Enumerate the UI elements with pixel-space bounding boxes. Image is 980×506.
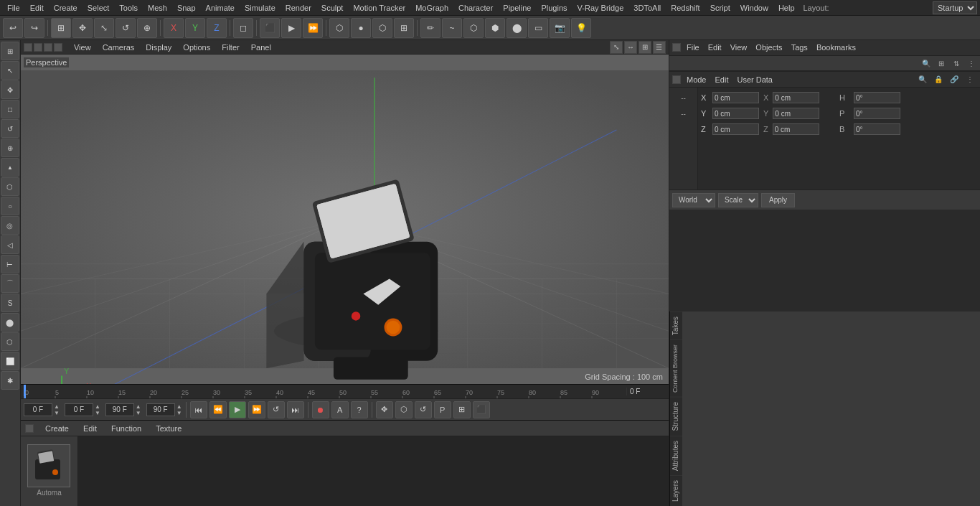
menu-3dtoall[interactable]: 3DToAll	[629, 2, 665, 14]
attr-handle[interactable]	[672, 75, 681, 84]
motion-path-button[interactable]: ↺	[415, 401, 432, 418]
menu-plugins[interactable]: Plugins	[537, 2, 571, 14]
menu-mograph[interactable]: MoGraph	[411, 2, 453, 14]
vp-pin[interactable]	[44, 43, 52, 52]
total-frame-down[interactable]: ▼	[176, 410, 182, 416]
left-tool-16[interactable]: ⬜	[1, 352, 19, 370]
vp-btn-2[interactable]: ↔	[624, 41, 637, 54]
total-frame-input[interactable]	[146, 403, 175, 416]
vp-handle[interactable]	[24, 43, 32, 52]
y-input-2[interactable]	[773, 108, 819, 119]
obj-menu-objects[interactable]: Objects	[753, 42, 785, 52]
left-tool-2[interactable]: ✥	[1, 80, 19, 99]
vp-menu-cameras[interactable]: Cameras	[100, 42, 138, 52]
left-tool-3[interactable]: □	[1, 100, 19, 118]
z-input-1[interactable]	[712, 123, 759, 135]
kf-menu-create[interactable]: Create	[42, 423, 72, 434]
attr-link-btn[interactable]: 🔗	[947, 73, 961, 86]
scale-select[interactable]: Scale Size	[718, 193, 758, 207]
h-rot-input[interactable]	[854, 92, 900, 103]
total-frame-up[interactable]: ▲	[176, 403, 182, 410]
left-tool-1[interactable]: ↖	[1, 61, 19, 80]
auto-key-button[interactable]: A	[331, 401, 349, 418]
layout-button[interactable]: ⊞	[453, 401, 471, 418]
menu-sculpt[interactable]: Sculpt	[317, 2, 348, 14]
menu-tools[interactable]: Tools	[115, 2, 142, 14]
attr-menu-userdata[interactable]: User Data	[734, 75, 776, 85]
p-rot-input[interactable]	[854, 108, 900, 119]
current-frame-up[interactable]: ▲	[95, 403, 100, 410]
help-button[interactable]: ?	[351, 401, 368, 418]
menu-window[interactable]: Window	[736, 2, 773, 14]
world-select[interactable]: World Object Parent	[672, 193, 715, 207]
x-input-1[interactable]	[712, 92, 759, 103]
vp-menu-view[interactable]: View	[71, 42, 94, 52]
left-tool-14[interactable]: ⬤	[1, 313, 19, 332]
obj-search-btn[interactable]: 🔍	[919, 57, 933, 70]
menu-redshift[interactable]: Redshift	[666, 2, 704, 14]
camera-button[interactable]: 📷	[550, 18, 570, 38]
vp-expand[interactable]	[34, 43, 42, 52]
top-view-button[interactable]: ●	[351, 18, 371, 38]
left-tool-10[interactable]: ◁	[1, 235, 19, 254]
left-tool-s[interactable]: S	[1, 294, 19, 312]
left-tool-17[interactable]: ✱	[1, 371, 19, 390]
kf-menu-function[interactable]: Function	[108, 423, 144, 434]
y-axis-button[interactable]: Y	[185, 18, 205, 38]
z-axis-button[interactable]: Z	[207, 18, 227, 38]
layout-selector[interactable]: Startup	[933, 1, 977, 14]
menu-create[interactable]: Create	[50, 2, 82, 14]
menu-vray[interactable]: V-Ray Bridge	[573, 2, 628, 14]
preview-button[interactable]: P	[434, 401, 451, 418]
transform-tool-button[interactable]: ⊕	[137, 18, 157, 38]
front-view-button[interactable]: ⬡	[329, 18, 349, 38]
x-input-2[interactable]	[773, 92, 819, 103]
vtab-structure[interactable]: Structure	[670, 397, 682, 436]
redo-button[interactable]: ↪	[24, 18, 44, 38]
menu-mesh[interactable]: Mesh	[143, 2, 171, 14]
step-back-button[interactable]: ⏪	[209, 401, 227, 418]
undo-button[interactable]: ↩	[3, 18, 23, 38]
left-tool-9[interactable]: ◎	[1, 216, 19, 235]
menu-motion-tracker[interactable]: Motion Tracker	[349, 2, 410, 14]
apply-button[interactable]: Apply	[761, 193, 795, 207]
timeline-toggle-button[interactable]: ⬛	[473, 401, 490, 418]
go-end-button[interactable]: ↺	[268, 401, 285, 418]
scale-tool-button[interactable]: ⤡	[94, 18, 114, 38]
attr-lock-btn[interactable]: 🔒	[931, 73, 946, 86]
vp-menu-filter[interactable]: Filter	[219, 42, 242, 52]
floor-button[interactable]: ▭	[528, 18, 548, 38]
kf-menu-edit[interactable]: Edit	[80, 423, 100, 434]
left-tool-5[interactable]: ⊕	[1, 139, 19, 157]
array-button[interactable]: ⬢	[485, 18, 505, 38]
menu-character[interactable]: Character	[454, 2, 497, 14]
end-frame-input[interactable]	[105, 403, 134, 416]
menu-script[interactable]: Script	[706, 2, 735, 14]
subdivide-button[interactable]: ⬡	[463, 18, 484, 38]
left-tool-15[interactable]: ⬡	[1, 332, 19, 351]
current-frame-down[interactable]: ▼	[95, 410, 100, 416]
attr-menu-edit[interactable]: Edit	[712, 75, 732, 85]
go-start-button[interactable]: ⏮	[190, 401, 207, 418]
spline-button[interactable]: ~	[442, 18, 462, 38]
snap-playback-button[interactable]: ✥	[376, 401, 393, 418]
right-view-button[interactable]: ⬡	[372, 18, 392, 38]
obj-more-btn[interactable]: ⋮	[964, 57, 979, 70]
render-all-button[interactable]: ⏩	[303, 18, 323, 38]
attr-more-btn[interactable]: ⋮	[963, 73, 977, 86]
left-tool-11[interactable]: ⊢	[1, 255, 19, 273]
step-forward-button[interactable]: ⏩	[248, 401, 265, 418]
menu-help[interactable]: Help	[774, 2, 799, 14]
light-button[interactable]: 💡	[571, 18, 591, 38]
b-rot-input[interactable]	[854, 123, 900, 135]
obj-menu-edit[interactable]: Edit	[705, 42, 725, 52]
model-mode-button[interactable]: ⊞	[51, 18, 71, 38]
start-frame-input[interactable]	[24, 403, 52, 416]
obj-menu-file[interactable]: File	[684, 42, 702, 52]
menu-animate[interactable]: Animate	[202, 2, 239, 14]
rotate-tool-button[interactable]: ↺	[116, 18, 136, 38]
menu-pipeline[interactable]: Pipeline	[499, 2, 535, 14]
vp-menu-display[interactable]: Display	[143, 42, 174, 52]
vtab-content-browser[interactable]: Content Browser	[670, 339, 682, 397]
vp-menu-panel[interactable]: Panel	[248, 42, 274, 52]
